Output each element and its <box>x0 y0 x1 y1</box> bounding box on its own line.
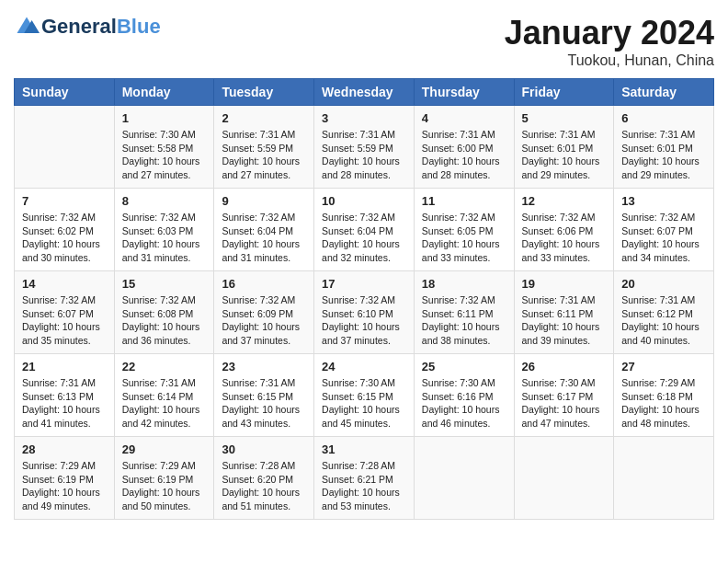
calendar-cell: 25Sunrise: 7:30 AMSunset: 6:16 PMDayligh… <box>414 354 514 437</box>
weekday-header-row: SundayMondayTuesdayWednesdayThursdayFrid… <box>15 79 714 106</box>
calendar-cell: 28Sunrise: 7:29 AMSunset: 6:19 PMDayligh… <box>15 437 115 520</box>
calendar-cell <box>514 437 614 520</box>
day-info: Sunrise: 7:31 AMSunset: 6:01 PMDaylight:… <box>621 128 706 182</box>
calendar-cell: 17Sunrise: 7:32 AMSunset: 6:10 PMDayligh… <box>314 271 415 354</box>
calendar-cell: 6Sunrise: 7:31 AMSunset: 6:01 PMDaylight… <box>614 106 714 189</box>
calendar-cell: 13Sunrise: 7:32 AMSunset: 6:07 PMDayligh… <box>614 189 714 271</box>
calendar-cell <box>614 437 714 520</box>
weekday-header-sunday: Sunday <box>15 79 115 106</box>
week-row-1: 1Sunrise: 7:30 AMSunset: 5:58 PMDaylight… <box>15 106 714 189</box>
day-info: Sunrise: 7:29 AMSunset: 6:18 PMDaylight:… <box>621 376 706 431</box>
location: Tuokou, Hunan, China <box>505 52 714 69</box>
day-number: 13 <box>621 194 706 208</box>
day-number: 26 <box>522 360 607 373</box>
calendar-cell: 30Sunrise: 7:28 AMSunset: 6:20 PMDayligh… <box>214 437 314 520</box>
calendar-cell: 1Sunrise: 7:30 AMSunset: 5:58 PMDaylight… <box>114 106 214 189</box>
calendar-cell: 12Sunrise: 7:32 AMSunset: 6:06 PMDayligh… <box>514 189 614 271</box>
calendar-cell: 27Sunrise: 7:29 AMSunset: 6:18 PMDayligh… <box>614 354 714 437</box>
day-number: 27 <box>621 360 706 373</box>
weekday-header-tuesday: Tuesday <box>214 79 314 106</box>
day-info: Sunrise: 7:32 AMSunset: 6:10 PMDaylight:… <box>322 293 406 348</box>
day-info: Sunrise: 7:32 AMSunset: 6:04 PMDaylight:… <box>222 211 306 265</box>
logo-icon <box>14 14 40 40</box>
calendar-cell: 11Sunrise: 7:32 AMSunset: 6:05 PMDayligh… <box>414 189 514 271</box>
day-info: Sunrise: 7:32 AMSunset: 6:05 PMDaylight:… <box>422 211 506 265</box>
day-info: Sunrise: 7:31 AMSunset: 6:00 PMDaylight:… <box>422 128 506 182</box>
calendar-cell: 5Sunrise: 7:31 AMSunset: 6:01 PMDaylight… <box>514 106 614 189</box>
day-number: 2 <box>222 111 306 125</box>
calendar-cell: 20Sunrise: 7:31 AMSunset: 6:12 PMDayligh… <box>614 271 714 354</box>
day-number: 6 <box>621 111 706 125</box>
day-number: 30 <box>222 442 306 456</box>
calendar-cell: 24Sunrise: 7:30 AMSunset: 6:15 PMDayligh… <box>314 354 415 437</box>
day-info: Sunrise: 7:31 AMSunset: 6:11 PMDaylight:… <box>522 293 607 348</box>
day-info: Sunrise: 7:31 AMSunset: 6:15 PMDaylight:… <box>222 376 306 431</box>
weekday-header-friday: Friday <box>514 79 614 106</box>
weekday-header-wednesday: Wednesday <box>314 79 415 106</box>
day-number: 18 <box>422 277 506 291</box>
calendar-cell: 9Sunrise: 7:32 AMSunset: 6:04 PMDaylight… <box>214 189 314 271</box>
calendar-cell: 15Sunrise: 7:32 AMSunset: 6:08 PMDayligh… <box>114 271 214 354</box>
day-number: 25 <box>422 360 506 373</box>
week-row-2: 7Sunrise: 7:32 AMSunset: 6:02 PMDaylight… <box>15 189 714 271</box>
day-info: Sunrise: 7:32 AMSunset: 6:04 PMDaylight:… <box>322 211 406 265</box>
day-info: Sunrise: 7:31 AMSunset: 6:14 PMDaylight:… <box>122 376 207 431</box>
day-info: Sunrise: 7:32 AMSunset: 6:07 PMDaylight:… <box>621 211 706 265</box>
day-number: 11 <box>422 194 506 208</box>
calendar-cell: 2Sunrise: 7:31 AMSunset: 5:59 PMDaylight… <box>214 106 314 189</box>
weekday-header-thursday: Thursday <box>414 79 514 106</box>
calendar-cell: 19Sunrise: 7:31 AMSunset: 6:11 PMDayligh… <box>514 271 614 354</box>
calendar-cell: 23Sunrise: 7:31 AMSunset: 6:15 PMDayligh… <box>214 354 314 437</box>
page-header: GeneralBlue January 2024 Tuokou, Hunan, … <box>14 14 714 69</box>
day-number: 24 <box>322 360 406 373</box>
day-number: 22 <box>122 360 207 373</box>
day-info: Sunrise: 7:31 AMSunset: 6:13 PMDaylight:… <box>22 376 107 431</box>
day-info: Sunrise: 7:30 AMSunset: 6:17 PMDaylight:… <box>522 376 607 431</box>
day-info: Sunrise: 7:31 AMSunset: 6:12 PMDaylight:… <box>621 293 706 348</box>
day-info: Sunrise: 7:32 AMSunset: 6:03 PMDaylight:… <box>122 211 207 265</box>
day-info: Sunrise: 7:32 AMSunset: 6:09 PMDaylight:… <box>222 293 306 348</box>
week-row-4: 21Sunrise: 7:31 AMSunset: 6:13 PMDayligh… <box>15 354 714 437</box>
day-number: 29 <box>122 442 207 456</box>
day-info: Sunrise: 7:31 AMSunset: 5:59 PMDaylight:… <box>222 128 306 182</box>
day-info: Sunrise: 7:32 AMSunset: 6:11 PMDaylight:… <box>422 293 506 348</box>
week-row-5: 28Sunrise: 7:29 AMSunset: 6:19 PMDayligh… <box>15 437 714 520</box>
day-info: Sunrise: 7:28 AMSunset: 6:21 PMDaylight:… <box>322 459 406 513</box>
day-number: 19 <box>522 277 607 291</box>
day-info: Sunrise: 7:32 AMSunset: 6:08 PMDaylight:… <box>122 293 207 348</box>
calendar-cell: 21Sunrise: 7:31 AMSunset: 6:13 PMDayligh… <box>15 354 115 437</box>
calendar-table: SundayMondayTuesdayWednesdayThursdayFrid… <box>14 78 714 520</box>
day-info: Sunrise: 7:28 AMSunset: 6:20 PMDaylight:… <box>222 459 306 513</box>
calendar-cell: 16Sunrise: 7:32 AMSunset: 6:09 PMDayligh… <box>214 271 314 354</box>
calendar-cell: 3Sunrise: 7:31 AMSunset: 5:59 PMDaylight… <box>314 106 415 189</box>
day-number: 31 <box>322 442 406 456</box>
day-number: 12 <box>522 194 607 208</box>
calendar-cell <box>414 437 514 520</box>
day-info: Sunrise: 7:30 AMSunset: 6:15 PMDaylight:… <box>322 376 406 431</box>
weekday-header-monday: Monday <box>114 79 214 106</box>
day-info: Sunrise: 7:30 AMSunset: 5:58 PMDaylight:… <box>122 128 207 182</box>
logo-text: GeneralBlue <box>41 16 161 38</box>
day-number: 14 <box>22 277 107 291</box>
calendar-cell <box>15 106 115 189</box>
title-block: January 2024 Tuokou, Hunan, China <box>505 14 714 69</box>
day-info: Sunrise: 7:32 AMSunset: 6:02 PMDaylight:… <box>22 211 107 265</box>
calendar-cell: 29Sunrise: 7:29 AMSunset: 6:19 PMDayligh… <box>114 437 214 520</box>
day-info: Sunrise: 7:31 AMSunset: 5:59 PMDaylight:… <box>322 128 406 182</box>
calendar-cell: 14Sunrise: 7:32 AMSunset: 6:07 PMDayligh… <box>15 271 115 354</box>
day-info: Sunrise: 7:31 AMSunset: 6:01 PMDaylight:… <box>522 128 607 182</box>
day-number: 4 <box>422 111 506 125</box>
day-number: 7 <box>22 194 107 208</box>
day-number: 5 <box>522 111 607 125</box>
calendar-cell: 10Sunrise: 7:32 AMSunset: 6:04 PMDayligh… <box>314 189 415 271</box>
day-number: 21 <box>22 360 107 373</box>
day-info: Sunrise: 7:29 AMSunset: 6:19 PMDaylight:… <box>22 459 107 513</box>
day-info: Sunrise: 7:32 AMSunset: 6:07 PMDaylight:… <box>22 293 107 348</box>
calendar-cell: 26Sunrise: 7:30 AMSunset: 6:17 PMDayligh… <box>514 354 614 437</box>
day-number: 9 <box>222 194 306 208</box>
weekday-header-saturday: Saturday <box>614 79 714 106</box>
day-info: Sunrise: 7:32 AMSunset: 6:06 PMDaylight:… <box>522 211 607 265</box>
calendar-cell: 7Sunrise: 7:32 AMSunset: 6:02 PMDaylight… <box>15 189 115 271</box>
calendar-cell: 8Sunrise: 7:32 AMSunset: 6:03 PMDaylight… <box>114 189 214 271</box>
day-number: 10 <box>322 194 406 208</box>
